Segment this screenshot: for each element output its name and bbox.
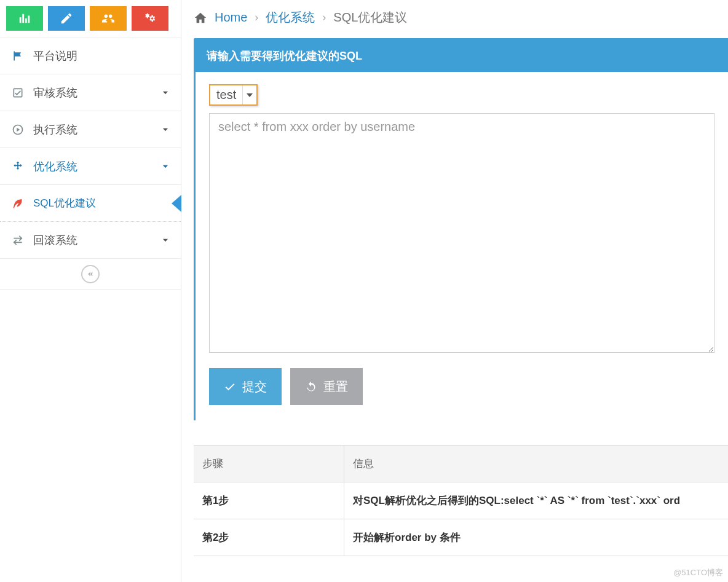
cell-step: 第1步 (194, 482, 344, 519)
move-icon (11, 160, 25, 173)
cell-info: 对SQL解析优化之后得到的SQL:select `*` AS `*` from … (344, 482, 728, 519)
gears-icon (143, 12, 157, 25)
breadcrumb-current: SQL优化建议 (333, 9, 407, 26)
submit-button[interactable]: 提交 (209, 368, 282, 405)
cell-step: 第2步 (194, 519, 344, 556)
leaf-icon (11, 197, 25, 210)
breadcrumb-sep: › (255, 11, 258, 24)
nav-label: 平台说明 (33, 49, 170, 63)
table-header: 步骤 信息 (194, 446, 728, 482)
reset-button[interactable]: 重置 (290, 368, 363, 405)
nav-rollback[interactable]: 回滚系统 (0, 222, 181, 259)
sql-panel: 请输入需要得到优化建议的SQL test 提交 重置 (194, 38, 728, 420)
col-info: 信息 (344, 446, 728, 482)
chevrons-left-icon (86, 270, 95, 278)
chevron-down-icon (161, 88, 170, 97)
sidebar: 平台说明 审核系统 执行系统 优化系统 SQL优化建议 (0, 0, 181, 582)
result-table: 步骤 信息 第1步 对SQL解析优化之后得到的SQL:select `*` AS… (194, 445, 728, 556)
panel-title: 请输入需要得到优化建议的SQL (196, 40, 728, 72)
flag-icon (11, 49, 25, 63)
active-indicator (172, 195, 181, 212)
sql-textarea[interactable] (209, 113, 714, 353)
nav-execute[interactable]: 执行系统 (0, 111, 181, 148)
check-icon (224, 380, 236, 393)
database-select-value: test (210, 85, 243, 104)
table-row: 第1步 对SQL解析优化之后得到的SQL:select `*` AS `*` f… (194, 482, 728, 519)
quick-tiles (0, 0, 181, 37)
reset-label: 重置 (323, 379, 348, 395)
nav-audit[interactable]: 审核系统 (0, 74, 181, 111)
chevron-down-icon (161, 236, 170, 245)
breadcrumb-sep: › (322, 11, 326, 24)
undo-icon (305, 380, 317, 393)
watermark: @51CTO博客 (673, 567, 723, 578)
nav-label: 优化系统 (33, 159, 161, 174)
home-icon (194, 11, 207, 25)
chevron-down-icon (161, 125, 170, 134)
nav-label: 回滚系统 (33, 233, 161, 248)
nav-label: 执行系统 (33, 122, 161, 137)
cell-info: 开始解析order by 条件 (344, 519, 728, 556)
tile-users[interactable] (90, 6, 127, 31)
tile-edit[interactable] (48, 6, 85, 31)
pencil-icon (60, 12, 73, 25)
nav-optimize[interactable]: 优化系统 (0, 148, 181, 185)
breadcrumb-home[interactable]: Home (215, 10, 247, 25)
users-icon (101, 12, 115, 25)
tile-chart[interactable] (6, 6, 43, 31)
collapse-sidebar[interactable] (0, 259, 181, 290)
nav-sql-advice[interactable]: SQL优化建议 (0, 185, 181, 222)
dropdown-arrow-icon (243, 85, 256, 104)
nav-label: 审核系统 (33, 85, 161, 100)
swap-icon (11, 234, 25, 247)
bar-chart-icon (18, 12, 31, 25)
submit-label: 提交 (242, 379, 267, 395)
nav-sub-label: SQL优化建议 (33, 196, 96, 210)
tile-settings[interactable] (132, 6, 168, 31)
nav: 平台说明 审核系统 执行系统 优化系统 SQL优化建议 (0, 37, 181, 290)
breadcrumb: Home › 优化系统 › SQL优化建议 (181, 0, 728, 38)
check-square-icon (11, 86, 25, 100)
database-select[interactable]: test (209, 84, 258, 106)
play-circle-icon (11, 123, 25, 136)
nav-platform[interactable]: 平台说明 (0, 37, 181, 74)
col-step: 步骤 (194, 446, 344, 482)
table-row: 第2步 开始解析order by 条件 (194, 519, 728, 556)
breadcrumb-section[interactable]: 优化系统 (266, 9, 315, 26)
chevron-down-icon (161, 162, 170, 171)
main: Home › 优化系统 › SQL优化建议 请输入需要得到优化建议的SQL te… (181, 0, 728, 582)
